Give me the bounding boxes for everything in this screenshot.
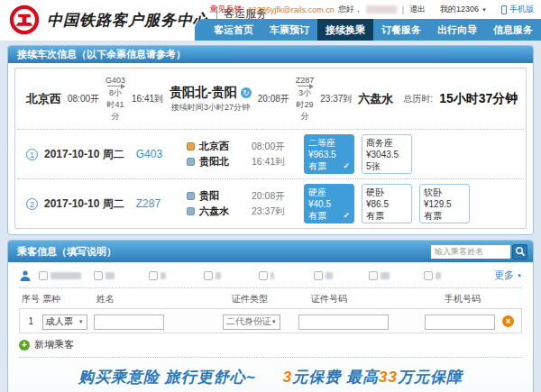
plus-icon: + <box>19 340 30 351</box>
greeting-label: 您好， <box>338 4 362 15</box>
arrive-station-icon <box>187 207 195 215</box>
seat-option[interactable]: 商务座 ¥3043.5 5张 <box>362 134 412 174</box>
train-code-link[interactable]: Z287 <box>136 197 160 210</box>
seat-price: ¥963.5 <box>308 149 350 160</box>
insurance-max-text: 万元保障 <box>398 369 463 386</box>
col-id-number: 证件号码 <box>311 293 445 305</box>
total-duration-value: 15小时37分钟 <box>439 91 518 107</box>
from-station: 贵阳 <box>199 189 243 203</box>
mobile-version-link[interactable]: 手机版 <box>501 4 534 15</box>
depart-time-1: 08:00开 <box>68 93 99 105</box>
seat-status: 5张 <box>366 160 381 172</box>
add-passenger-row: + 新增乘客 <box>8 333 533 357</box>
seat-status: 有票 <box>308 210 326 222</box>
seat-price: ¥3043.5 <box>366 149 408 160</box>
passenger-search-input[interactable] <box>431 245 510 259</box>
passenger-name-redacted <box>326 272 333 279</box>
phone-field[interactable] <box>425 315 495 330</box>
insurance-slogan: 购买乘意险 旅行更舒心~ <box>78 369 256 386</box>
passenger-checkbox[interactable] <box>94 271 103 280</box>
my12306-label: 我的12306 <box>440 4 479 15</box>
seat-option-selected[interactable]: 硬座 ¥40.5 有票 ✓ <box>304 184 354 223</box>
passenger-panel-title: 乘客信息（填写说明） <box>17 245 431 259</box>
divider: | <box>402 5 404 14</box>
to-station: 贵阳北 <box>199 155 243 169</box>
logout-link[interactable]: 退出 <box>409 4 426 15</box>
col-id-type: 证件类型 <box>232 293 311 305</box>
more-link[interactable]: 更多 ▼ <box>494 269 522 282</box>
transfer-info-panel: 接续车次信息（以下余票信息请参考） 北京西 08:00开 G403 8小时41分… <box>7 45 534 235</box>
main-nav: 客运首页 车票预订 接续换乘 订餐服务 出行向导 信息服务 <box>195 19 541 41</box>
transfer-block: 贵阳北-贵阳 ↻ 接续时间3小时27分钟 <box>170 85 252 114</box>
journey-summary: 北京西 08:00开 G403 8小时41分 16:41到 贵阳北-贵阳 ↻ 接… <box>15 68 526 129</box>
passenger-checkbox[interactable] <box>259 271 268 280</box>
passenger-name-redacted <box>50 272 81 279</box>
col-no: 序号 <box>19 293 42 305</box>
nav-item-guide[interactable]: 出行向导 <box>429 19 485 41</box>
insurance-price-text: 元保费 <box>292 369 341 386</box>
nav-item-info[interactable]: 信息服务 <box>485 19 541 41</box>
depart-time: 20:08开 <box>252 190 285 203</box>
passenger-checkbox[interactable] <box>424 271 433 280</box>
seat-status: 有票 <box>366 210 384 222</box>
passenger-checkbox[interactable] <box>39 271 48 280</box>
search-icon <box>515 246 526 257</box>
duration-2: 3小时29分 <box>297 88 314 121</box>
table-row: 1 成人票 ▼ 二代身份证 ▼ <box>19 308 522 333</box>
mobile-label: 手机版 <box>509 4 534 15</box>
passenger-search <box>431 244 527 260</box>
id-type-select[interactable]: 二代身份证 ▼ <box>223 315 280 330</box>
seat-option-selected[interactable]: 二等座 ¥963.5 有票 ✓ <box>304 134 354 174</box>
feedback-email-link[interactable]: 12306yjfk@rails.com.cn <box>248 5 335 14</box>
arrive-station-icon <box>187 158 195 166</box>
passenger-checkbox[interactable] <box>149 271 158 280</box>
train-row: 1 2017-10-10 周二 G403 北京西 08:00开 贵阳北 <box>15 130 526 178</box>
seat-option[interactable]: 软卧 ¥129.5 有票 <box>419 184 470 223</box>
insurance-max-number: 33 <box>379 369 398 386</box>
seat-type: 硬座 <box>308 187 350 198</box>
passenger-checkbox[interactable] <box>204 271 213 280</box>
my12306-link[interactable]: 我的12306 ▼ <box>440 4 487 15</box>
transfer-note: 接续时间3小时27分钟 <box>170 102 252 114</box>
search-button[interactable] <box>512 244 527 260</box>
header: 中国铁路客户服务中心 客运服务 客服热线:12306 意见反馈: 12306yj… <box>0 0 541 41</box>
ticket-type-select[interactable]: 成人票 ▼ <box>42 315 87 330</box>
depart-station-icon <box>187 192 195 200</box>
nav-item-transfer[interactable]: 接续换乘 <box>317 19 373 41</box>
username-redacted <box>366 5 397 14</box>
ticket-type-value: 成人票 <box>46 315 73 328</box>
divider <box>19 287 522 288</box>
add-passenger-link[interactable]: 新增乘客 <box>34 338 74 351</box>
train-date: 2017-10-10 周二 <box>44 147 124 162</box>
transfer-icon: ↻ <box>241 87 252 98</box>
row-number: 1 <box>20 316 42 326</box>
nav-item-meal[interactable]: 订餐服务 <box>373 19 429 41</box>
seat-status: 有票 <box>424 210 442 222</box>
col-name: 姓名 <box>96 293 232 305</box>
insurance-banner[interactable]: 购买乘意险 旅行更舒心~3元保费 最高33万元保障 乘意险由中国铁路财产保险自保… <box>8 358 533 392</box>
nav-item-home[interactable]: 客运首页 <box>206 19 261 41</box>
topbar: 意见反馈: 12306yjfk@rails.com.cn 您好， | 退出 我的… <box>209 4 534 15</box>
passenger-panel: 乘客信息（填写说明） <box>7 240 534 392</box>
table-header: 序号 票种 姓名 证件类型 证件号码 手机号码 <box>19 290 522 308</box>
name-field[interactable] <box>94 315 164 330</box>
seat-option[interactable]: 硬卧 ¥86.5 有票 <box>362 184 412 223</box>
col-phone: 手机号码 <box>445 293 495 305</box>
nav-item-booking[interactable]: 车票预订 <box>261 19 317 41</box>
id-number-field[interactable] <box>298 315 389 330</box>
delete-passenger-icon[interactable]: × <box>502 315 514 327</box>
seat-status: 有票 <box>308 160 326 172</box>
passenger-name-redacted <box>381 272 390 279</box>
from-station: 北京西 <box>199 140 243 153</box>
train-row: 2 2017-10-10 周二 Z287 贵阳 20:08开 六盘水 <box>15 179 526 228</box>
insurance-price-number: 3 <box>283 369 292 386</box>
saved-passenger-row: 更多 ▼ <box>8 262 533 287</box>
passenger-checkbox[interactable] <box>314 271 323 280</box>
train-code-link[interactable]: G403 <box>136 148 162 160</box>
arrive-time-2: 23:37到 <box>320 93 352 105</box>
leg-number-badge: 2 <box>26 198 38 210</box>
arrow-line-icon <box>107 86 124 87</box>
more-label: 更多 <box>494 269 514 282</box>
origin-station: 北京西 <box>26 91 61 107</box>
passenger-checkbox[interactable] <box>369 271 378 280</box>
